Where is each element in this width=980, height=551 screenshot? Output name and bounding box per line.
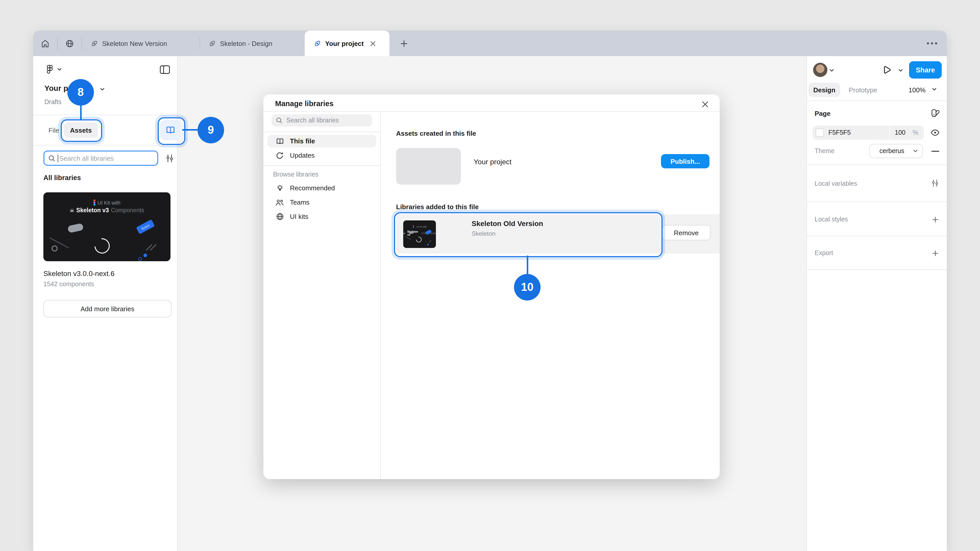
divider xyxy=(380,111,381,479)
annotation-connector-8 xyxy=(80,105,82,121)
remove-theme-minus-icon[interactable] xyxy=(931,148,940,155)
divider xyxy=(807,164,947,165)
library-thumbnail[interactable]: UI Kit with ☠ Skeleton v3 Components But… xyxy=(43,192,170,261)
section-heading-all-libraries: All libraries xyxy=(43,174,81,182)
plus-icon[interactable] xyxy=(931,215,940,224)
zoom-level[interactable]: 100% xyxy=(908,86,926,94)
tab-prototype[interactable]: Prototype xyxy=(849,86,877,94)
modal-nav-label: UI kits xyxy=(290,213,308,221)
divider xyxy=(807,202,947,202)
thumb-line1: UI Kit with xyxy=(97,200,121,205)
remove-button[interactable]: Remove xyxy=(662,225,711,240)
window-more-ellipsis-button[interactable] xyxy=(925,39,939,48)
project-thumbnail-placeholder xyxy=(396,148,461,185)
chevron-down-icon[interactable] xyxy=(100,88,105,91)
annotation-connector-9 xyxy=(182,129,198,130)
modal-nav-recommended[interactable]: Recommended xyxy=(267,182,376,194)
manage-libraries-dialog: Manage libraries Search all libraries Th… xyxy=(263,94,720,479)
styles-swatch-icon[interactable] xyxy=(930,108,940,118)
add-more-libraries-label: Add more libraries xyxy=(81,305,135,313)
present-play-button[interactable] xyxy=(882,65,891,75)
assets-created-heading: Assets created in this file xyxy=(396,130,476,137)
percent-sign: % xyxy=(913,129,918,136)
modal-nav-this-file[interactable]: This file xyxy=(267,135,376,148)
add-more-libraries-button[interactable]: Add more libraries xyxy=(43,300,172,318)
file-location[interactable]: Drafts xyxy=(45,98,62,106)
local-variables-label: Local variables xyxy=(815,180,857,187)
tab-skeleton-design[interactable]: Skeleton - Design xyxy=(200,30,305,56)
modal-nav-label: Recommended xyxy=(290,184,335,192)
modal-search-placeholder: Search all libraries xyxy=(286,117,339,124)
page-fill-opacity[interactable]: 100 xyxy=(895,129,905,136)
people-icon xyxy=(275,199,284,206)
chevron-down-icon[interactable] xyxy=(898,69,903,72)
visibility-eye-icon[interactable] xyxy=(930,128,940,137)
dialog-title: Manage libraries xyxy=(275,100,334,108)
chevron-down-icon[interactable] xyxy=(932,88,937,91)
annotation-highlight-libraries-button xyxy=(158,118,185,145)
divider xyxy=(33,145,178,145)
user-avatar[interactable] xyxy=(813,63,827,77)
tab-separator xyxy=(57,37,58,49)
tab-design[interactable]: Design xyxy=(808,83,840,97)
badge-number: 9 xyxy=(208,124,214,137)
page-fill-hex[interactable]: F5F5F5 xyxy=(829,129,851,136)
color-swatch[interactable] xyxy=(816,129,824,137)
modal-nav-ui-kits[interactable]: UI kits xyxy=(267,210,376,223)
share-button[interactable]: Share xyxy=(909,61,942,79)
modal-search-input[interactable]: Search all libraries xyxy=(272,114,372,127)
tab-label: Skeleton - Design xyxy=(220,40,272,47)
divider xyxy=(807,236,947,236)
figma-main-menu-button[interactable] xyxy=(45,64,54,75)
divider xyxy=(807,100,947,101)
toggle-sidebar-panel-button[interactable] xyxy=(159,65,170,74)
theme-value: cerberus xyxy=(880,148,904,155)
library-name[interactable]: Skeleton v3.0.0-next.6 xyxy=(43,269,115,278)
publish-button[interactable]: Publish... xyxy=(661,154,710,168)
new-tab-plus-button[interactable] xyxy=(398,38,409,49)
divider xyxy=(263,165,380,166)
community-globe-button[interactable] xyxy=(62,37,76,49)
search-icon xyxy=(48,155,55,162)
divider xyxy=(807,269,947,270)
tab-file[interactable]: File xyxy=(48,127,59,134)
modal-nav-label: This file xyxy=(290,137,315,145)
annotation-connector-10 xyxy=(527,256,528,275)
search-icon xyxy=(276,118,282,124)
share-label: Share xyxy=(916,66,935,74)
lightbulb-icon xyxy=(275,184,284,192)
thumb-decor-spinner xyxy=(91,235,113,257)
annotation-highlight-assets xyxy=(61,119,102,142)
plus-icon[interactable] xyxy=(931,248,940,258)
divider xyxy=(263,132,380,132)
globe-icon xyxy=(275,213,284,221)
chevron-down-icon[interactable] xyxy=(57,68,62,71)
modal-nav-updates[interactable]: Updates xyxy=(267,149,376,162)
library-meta: 1542 components xyxy=(43,281,94,288)
thumb-decor-button-chip: Button xyxy=(136,219,155,234)
publish-label: Publish... xyxy=(670,157,700,165)
annotation-highlight-library-row xyxy=(394,212,662,257)
filter-sliders-icon[interactable] xyxy=(164,153,175,163)
annotation-badge-10: 10 xyxy=(514,274,541,300)
home-button[interactable] xyxy=(38,37,52,49)
close-icon[interactable] xyxy=(700,99,710,109)
refresh-icon xyxy=(275,152,284,159)
modal-nav-teams[interactable]: Teams xyxy=(267,196,376,209)
sliders-icon[interactable] xyxy=(931,178,940,188)
tab-label: Your project xyxy=(325,40,364,47)
theme-dropdown[interactable]: cerberus xyxy=(869,144,923,158)
tab-your-project-active[interactable]: Your project xyxy=(305,30,390,56)
assets-search-input[interactable]: Search all libraries xyxy=(43,151,158,166)
libraries-added-heading: Libraries added to this file xyxy=(396,203,479,211)
project-name: Your project xyxy=(474,158,511,166)
close-tab-icon[interactable] xyxy=(370,41,375,46)
thumb-decor-pill xyxy=(67,223,84,233)
divider xyxy=(263,111,720,112)
export-label: Export xyxy=(815,249,833,257)
tab-skeleton-new-version[interactable]: Skeleton New Version xyxy=(82,30,200,56)
search-placeholder: Search all libraries xyxy=(59,154,114,162)
page-fill-row[interactable]: F5F5F5 100 % xyxy=(813,125,924,140)
figma-logo-mini xyxy=(94,200,95,206)
chevron-down-icon[interactable] xyxy=(829,69,834,72)
